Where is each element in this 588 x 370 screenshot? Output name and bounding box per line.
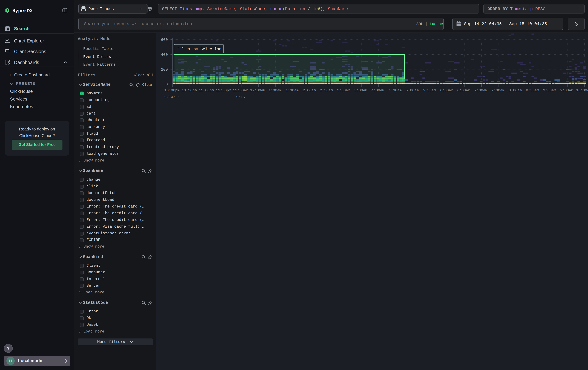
svg-text:6:30am: 6:30am xyxy=(457,88,470,92)
svg-text:12:00am: 12:00am xyxy=(233,88,248,92)
svg-text:7:30am: 7:30am xyxy=(491,88,504,92)
svg-text:4:30am: 4:30am xyxy=(388,88,401,92)
svg-text:10:30pm: 10:30pm xyxy=(182,88,197,92)
svg-text:11:30pm: 11:30pm xyxy=(216,88,231,92)
svg-text:6:00am: 6:00am xyxy=(440,88,453,92)
svg-text:9/15: 9/15 xyxy=(236,95,245,99)
svg-text:11:00pm: 11:00pm xyxy=(199,88,214,92)
svg-text:8:00am: 8:00am xyxy=(509,88,522,92)
svg-text:400: 400 xyxy=(161,53,168,57)
svg-text:9/14/25: 9/14/25 xyxy=(164,95,180,99)
svg-text:3:30am: 3:30am xyxy=(354,88,367,92)
svg-text:2:00am: 2:00am xyxy=(303,88,316,92)
svg-text:8:30am: 8:30am xyxy=(526,88,539,92)
svg-text:9:30am: 9:30am xyxy=(560,88,573,92)
svg-text:200: 200 xyxy=(161,67,168,72)
svg-text:Filter by Selection: Filter by Selection xyxy=(177,47,221,51)
svg-text:5:30am: 5:30am xyxy=(423,88,436,92)
svg-text:600: 600 xyxy=(161,38,168,42)
svg-text:1:30am: 1:30am xyxy=(285,88,298,92)
svg-text:2:30am: 2:30am xyxy=(320,88,333,92)
svg-text:10:00am: 10:00am xyxy=(576,88,588,92)
svg-text:12:30am: 12:30am xyxy=(250,88,265,92)
svg-text:3:00am: 3:00am xyxy=(337,88,350,92)
svg-text:5:00am: 5:00am xyxy=(406,88,419,92)
svg-text:7:00am: 7:00am xyxy=(474,88,487,92)
svg-text:1:00am: 1:00am xyxy=(268,88,282,92)
svg-text:9:00am: 9:00am xyxy=(543,88,556,92)
svg-text:4:00am: 4:00am xyxy=(371,88,384,92)
svg-text:0: 0 xyxy=(166,82,168,87)
svg-text:10:00pm: 10:00pm xyxy=(164,88,180,92)
